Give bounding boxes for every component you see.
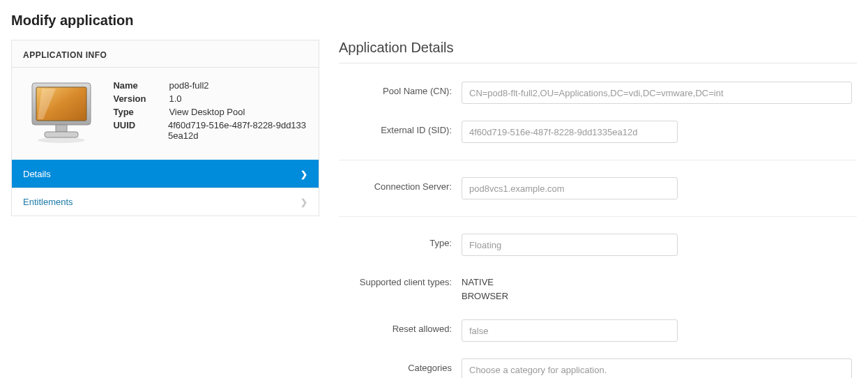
- pool-name-field[interactable]: [462, 82, 852, 104]
- page-title: Modify application: [11, 13, 857, 29]
- external-id-field[interactable]: [462, 121, 678, 143]
- nav-details[interactable]: Details ❯: [12, 160, 319, 188]
- info-version-label: Version: [113, 93, 169, 104]
- svg-rect-2: [56, 125, 67, 132]
- divider: [339, 160, 857, 160]
- application-icon: [23, 80, 99, 144]
- nav-details-label: Details: [23, 169, 51, 179]
- application-info-panel: APPLICATION INFO: [11, 40, 319, 216]
- application-info-header: APPLICATION INFO: [12, 40, 319, 68]
- info-version-value: 1.0: [169, 93, 181, 104]
- application-details-section: Application Details Pool Name (CN): Exte…: [339, 40, 857, 378]
- connection-server-label: Connection Server:: [339, 177, 462, 192]
- connection-server-field[interactable]: [462, 177, 678, 199]
- pool-name-label: Pool Name (CN):: [339, 82, 462, 96]
- nav-entitlements-label: Entitlements: [23, 197, 73, 207]
- info-type-label: Type: [113, 107, 169, 117]
- info-name-value: pod8-full2: [169, 80, 208, 91]
- supported-clients-value: NATIVE BROWSER: [462, 273, 852, 303]
- supported-clients-label: Supported client types:: [339, 273, 462, 287]
- reset-allowed-field[interactable]: [462, 319, 678, 342]
- categories-label: Categories: [339, 358, 462, 373]
- chevron-right-icon: ❯: [300, 197, 307, 207]
- svg-point-4: [38, 137, 85, 143]
- info-name-label: Name: [113, 80, 169, 91]
- categories-field[interactable]: Choose a category for application.: [462, 358, 852, 378]
- info-uuid-value: 4f60d719-516e-487f-8228-9dd1335ea12d: [168, 120, 307, 141]
- svg-rect-3: [45, 132, 78, 137]
- type-field[interactable]: [462, 234, 678, 256]
- info-uuid-label: UUID: [113, 120, 168, 141]
- info-type-value: View Desktop Pool: [169, 107, 245, 117]
- application-details-heading: Application Details: [339, 40, 857, 63]
- reset-allowed-label: Reset allowed:: [339, 319, 462, 334]
- type-label: Type:: [339, 234, 462, 248]
- external-id-label: External ID (SID):: [339, 121, 462, 135]
- divider: [339, 216, 857, 217]
- application-info-values: Name pod8-full2 Version 1.0 Type View De…: [113, 80, 307, 144]
- chevron-right-icon: ❯: [300, 169, 307, 179]
- nav-entitlements[interactable]: Entitlements ❯: [12, 188, 319, 216]
